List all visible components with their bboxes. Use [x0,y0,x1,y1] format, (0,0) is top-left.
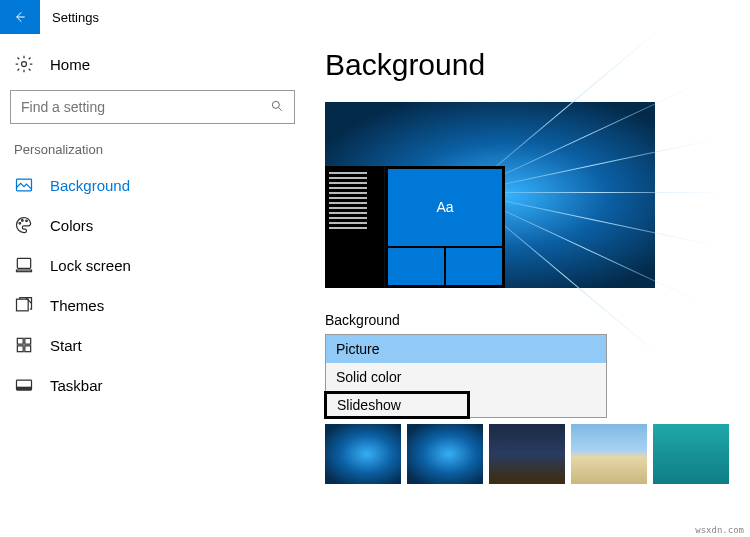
arrow-left-icon [12,9,28,25]
page-heading: Background [325,48,729,82]
lock-screen-icon [14,255,34,275]
sidebar-item-label: Lock screen [50,257,131,274]
svg-point-3 [19,223,21,225]
search-box[interactable] [10,90,295,124]
option-solid-color[interactable]: Solid color [326,363,606,391]
svg-rect-9 [17,338,23,344]
palette-icon [14,215,34,235]
thumbnail[interactable] [489,424,565,484]
background-dropdown[interactable]: Picture Solid color Slideshow [325,334,607,418]
svg-point-4 [22,220,24,222]
sidebar-item-label: Themes [50,297,104,314]
sidebar-item-label: Background [50,177,130,194]
watermark: wsxdn.com [695,525,744,535]
option-slideshow[interactable]: Slideshow [324,391,470,419]
home-label: Home [50,56,90,73]
window-title: Settings [40,10,99,25]
search-icon [270,99,284,116]
thumbnail[interactable] [653,424,729,484]
sidebar-item-themes[interactable]: Themes [10,285,295,325]
thumbnail[interactable] [407,424,483,484]
svg-rect-7 [17,270,32,272]
sidebar-item-colors[interactable]: Colors [10,205,295,245]
desktop-mock: Aa [325,166,505,288]
thumbnail-row [325,424,729,484]
sidebar-item-taskbar[interactable]: Taskbar [10,365,295,405]
thumbnail[interactable] [325,424,401,484]
section-header: Personalization [10,142,295,157]
themes-icon [14,295,34,315]
background-preview: Aa [325,102,655,288]
gear-icon [14,54,34,74]
thumbnail[interactable] [571,424,647,484]
sidebar-item-label: Taskbar [50,377,103,394]
svg-rect-12 [25,346,31,352]
svg-rect-8 [17,299,29,311]
taskbar-icon [14,375,34,395]
sidebar-item-start[interactable]: Start [10,325,295,365]
sidebar-item-lock-screen[interactable]: Lock screen [10,245,295,285]
svg-point-0 [22,62,27,67]
picture-icon [14,175,34,195]
home-nav[interactable]: Home [10,44,295,84]
svg-rect-6 [17,258,30,268]
svg-point-1 [272,101,279,108]
sidebar-item-label: Colors [50,217,93,234]
sidebar-item-label: Start [50,337,82,354]
start-icon [14,335,34,355]
svg-rect-11 [17,346,23,352]
svg-rect-10 [25,338,31,344]
background-dropdown-label: Background [325,312,729,328]
sample-tile: Aa [388,169,502,246]
option-picture[interactable]: Picture [326,335,606,363]
back-button[interactable] [0,0,40,34]
sidebar-item-background[interactable]: Background [10,165,295,205]
sidebar: Home Personalization Background Colors [0,34,295,537]
search-input[interactable] [21,99,270,115]
svg-rect-14 [17,387,32,390]
content-pane: Background Aa Background Picture Solid c… [295,34,750,537]
svg-point-5 [26,220,28,222]
